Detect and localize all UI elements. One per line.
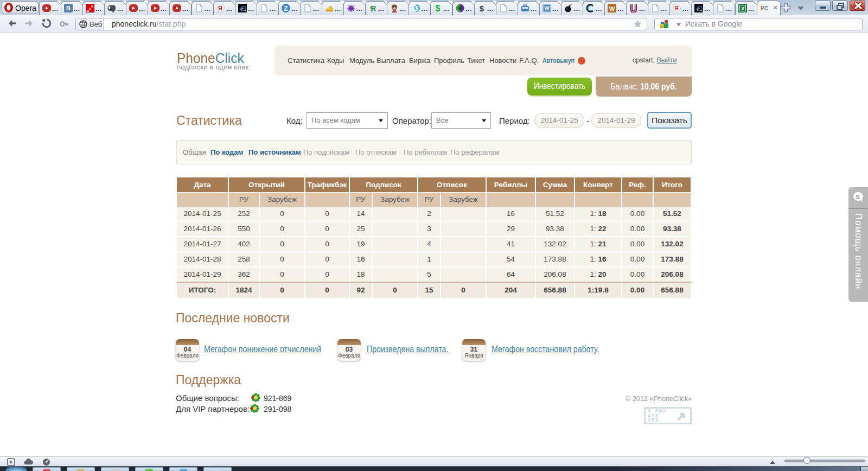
- svg-text:Я: Я: [218, 5, 222, 11]
- svg-text:B: B: [66, 5, 71, 11]
- svg-text:$: $: [480, 4, 484, 12]
- svg-text:д: д: [91, 4, 93, 8]
- svg-text:S: S: [856, 194, 859, 200]
- svg-text:ш: ш: [86, 9, 89, 12]
- svg-text:W: W: [609, 5, 615, 12]
- svg-text:$: $: [436, 4, 441, 12]
- svg-text:Я: Я: [674, 5, 679, 11]
- svg-text:Z: Z: [284, 5, 288, 12]
- svg-text:W: W: [544, 5, 550, 11]
- svg-text:R: R: [371, 4, 376, 12]
- svg-text:X: X: [741, 6, 744, 11]
